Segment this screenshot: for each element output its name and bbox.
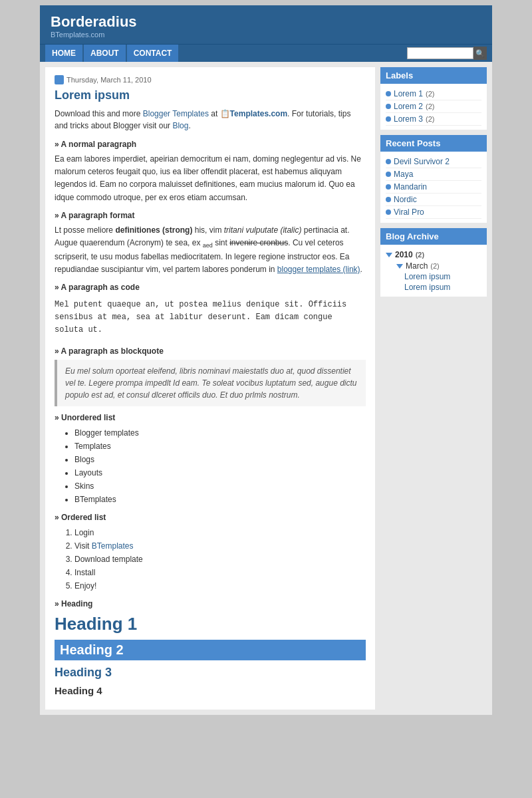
brand-link[interactable]: 📋Templates.com [220, 109, 287, 118]
recent-posts-title: Recent Posts [380, 135, 487, 152]
blogger-templates-link2[interactable]: blogger templates (link) [277, 265, 360, 274]
labels-body: Lorem 1 (2) Lorem 2 (2) Lorem 3 [380, 84, 487, 130]
header: Borderadius BTemplates.com [40, 5, 492, 44]
labels-widget: Labels Lorem 1 (2) Lorem 2 (2) [380, 67, 487, 130]
italic-text: tritani vulputate (italic) [224, 225, 302, 235]
blogger-templates-link[interactable]: Blogger Templates [143, 109, 209, 118]
blog-link[interactable]: Blog [172, 121, 188, 130]
archive-post-link[interactable]: Lorem ipsum [404, 283, 450, 292]
para-blockquote-heading: » A paragraph as blockquote [55, 346, 366, 356]
expand-icon[interactable] [386, 253, 392, 257]
bullet-icon [386, 104, 391, 109]
recent-post-item: Mandarin [386, 181, 481, 194]
main-content: Thursday, March 11, 2010 Lorem ipsum Dow… [45, 67, 375, 710]
unordered-list-heading: » Unordered list [55, 413, 366, 422]
post-title: Lorem ipsum [55, 88, 366, 102]
year-label[interactable]: 2010 [395, 250, 413, 259]
normal-para-heading: » A normal paragraph [55, 140, 366, 149]
strikethrough-text: invenire cronbus [229, 238, 288, 247]
content-area: Thursday, March 11, 2010 Lorem ipsum Dow… [40, 62, 492, 715]
heading-section-label: » Heading [55, 599, 366, 608]
acronym-text: Acronym [130, 238, 161, 247]
month-label[interactable]: March [406, 261, 428, 271]
list-item: Blogger templates [74, 426, 366, 440]
archive-post: Lorem ipsum [386, 282, 481, 293]
label-link[interactable]: Lorem 1 [394, 89, 423, 98]
list-item: Layouts [74, 466, 366, 479]
list-item: Blogs [74, 453, 366, 466]
list-item: Install [74, 566, 366, 579]
blog-archive-title: Blog Archive [380, 228, 487, 245]
archive-post: Lorem ipsum [386, 271, 481, 282]
label-item: Lorem 3 (2) [386, 113, 481, 126]
label-link[interactable]: Lorem 2 [394, 102, 423, 111]
archive-post-link[interactable]: Lorem ipsum [404, 272, 450, 281]
subscript-text: aed [203, 242, 213, 249]
labels-title: Labels [380, 67, 487, 84]
bold-text: definitiones (strong) [115, 225, 192, 235]
normal-para-body: Ea eam labores imperdiet, apeirian democ… [55, 153, 366, 204]
unordered-list: Blogger templates Templates Blogs Layout… [74, 426, 366, 506]
label-count: (2) [426, 115, 434, 123]
h4-heading: Heading 4 [55, 685, 366, 696]
bullet-icon [386, 172, 391, 177]
ordered-list-heading: » Ordered list [55, 513, 366, 522]
year-count: (2) [416, 251, 424, 259]
blog-title-link[interactable]: Borderadius [51, 13, 137, 30]
bullet-icon [386, 197, 391, 202]
blog-archive-widget: Blog Archive 2010 (2) March (2) [380, 228, 487, 297]
post-date: Thursday, March 11, 2010 [55, 75, 366, 84]
month-count: (2) [430, 262, 439, 270]
label-count: (2) [426, 90, 434, 98]
bullet-icon [386, 116, 391, 122]
intro-text: Download this and more Blogger Templates… [55, 108, 366, 132]
list-item: Templates [74, 440, 366, 453]
blog-subtitle: BTemplates.com [51, 31, 481, 39]
recent-posts-body: Devil Survivor 2 Maya Mandarin [380, 152, 487, 223]
search-input[interactable] [407, 47, 473, 59]
calendar-icon [55, 75, 64, 84]
list-item: BTemplates [74, 493, 366, 506]
intro-at: at [209, 109, 220, 118]
list-item: Download template [74, 553, 366, 566]
nav-about[interactable]: ABOUT [84, 45, 126, 62]
recent-post-link[interactable]: Nordic [394, 195, 417, 204]
list-item: Login [74, 526, 366, 539]
search-bar: 🔍 [407, 47, 487, 60]
archive-month: March (2) [386, 261, 481, 271]
sidebar: Labels Lorem 1 (2) Lorem 2 (2) [380, 67, 487, 710]
expand-icon[interactable] [396, 264, 403, 269]
recent-post-item: Viral Pro [386, 206, 481, 219]
list-item: Skins [74, 479, 366, 493]
list-item: Enjoy! [74, 579, 366, 593]
bullet-icon [386, 91, 391, 96]
ordered-list: Login Visit BTemplates Download template… [74, 526, 366, 593]
nav-contact[interactable]: CONTACT [127, 45, 179, 62]
recent-post-link[interactable]: Mandarin [394, 182, 427, 192]
h2-heading: Heading 2 [55, 640, 366, 660]
bullet-icon [386, 159, 391, 164]
intro-before: Download this and more [55, 109, 143, 118]
search-button[interactable]: 🔍 [473, 47, 487, 60]
recent-post-item: Devil Survivor 2 [386, 156, 481, 168]
btemplates-link[interactable]: BTemplates [92, 541, 134, 551]
archive-year: 2010 (2) [386, 249, 481, 261]
blog-title: Borderadius [51, 13, 481, 31]
navigation: HOME ABOUT CONTACT 🔍 [40, 44, 492, 62]
para-code-body: Mel putent quaeque an, ut postea melius … [55, 296, 366, 340]
blockquote-body: Eu mel solum oporteat eleifend, libris n… [55, 360, 366, 406]
para-format-body: Lt posse meliore definitiones (strong) h… [55, 224, 366, 276]
label-link[interactable]: Lorem 3 [394, 114, 423, 124]
recent-post-link[interactable]: Viral Pro [394, 207, 424, 217]
brand-logo: 📋Templates.com [220, 109, 287, 118]
nav-home[interactable]: HOME [45, 45, 82, 62]
recent-post-item: Nordic [386, 194, 481, 206]
h3-heading: Heading 3 [55, 666, 366, 680]
label-item: Lorem 1 (2) [386, 88, 481, 100]
blog-archive-body: 2010 (2) March (2) Lorem ipsum Lorem [380, 245, 487, 297]
para-format-heading: » A paragraph format [55, 211, 366, 220]
bullet-icon [386, 209, 391, 215]
recent-post-link[interactable]: Maya [394, 170, 413, 179]
bullet-icon [386, 184, 391, 190]
recent-post-link[interactable]: Devil Survivor 2 [394, 157, 450, 166]
